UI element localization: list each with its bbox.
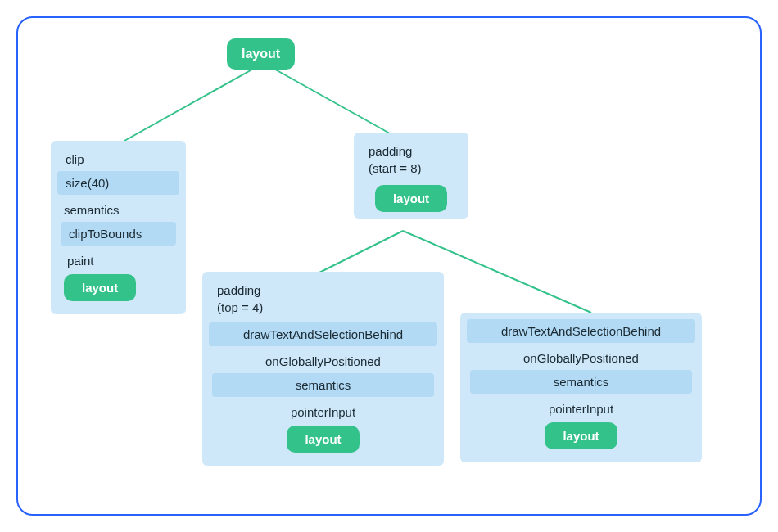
layout-pill: layout [545, 422, 617, 449]
layout-pill: layout [287, 426, 359, 453]
clip-box: clip size(40) semantics clipToBounds pai… [51, 141, 186, 314]
cliptobounds-row: clipToBounds [61, 222, 176, 246]
ogp-row: onGloballyPositioned [212, 353, 434, 370]
padding-top-text: padding (top = 4) [217, 283, 263, 314]
root-layout-node: layout [227, 38, 295, 70]
clip-label: clip [57, 147, 179, 171]
drawtext-row: drawTextAndSelectionBehind [209, 322, 437, 346]
ogp-row: onGloballyPositioned [470, 349, 692, 367]
padding-start-text: padding (start = 8) [369, 144, 422, 175]
svg-line-0 [124, 63, 264, 141]
svg-line-1 [264, 63, 403, 141]
pointer-row: pointerInput [473, 400, 689, 417]
ogp-nest: onGloballyPositioned semantics pointerIn… [467, 346, 695, 456]
drawtext-box: drawTextAndSelectionBehind onGloballyPos… [460, 313, 702, 462]
semantics-nest: semantics clipToBounds paint layout [57, 198, 179, 308]
pointer-row: pointerInput [215, 404, 431, 421]
drawtext-row: drawTextAndSelectionBehind [467, 319, 695, 343]
padding-start-label: padding (start = 8) [360, 139, 462, 183]
padding-top-label: padding (top = 4) [209, 278, 437, 322]
size-row: size(40) [57, 171, 179, 195]
semantics-row: semantics [212, 373, 434, 397]
padding-start-box: padding (start = 8) layout [354, 133, 468, 219]
padding-top-box: padding (top = 4) drawTextAndSelectionBe… [202, 272, 444, 466]
ogp-nest: onGloballyPositioned semantics pointerIn… [209, 349, 437, 459]
semantics-row: semantics [61, 201, 176, 219]
layout-pill: layout [64, 274, 136, 301]
pointer-nest: pointerInput layout [212, 400, 434, 456]
layout-pill: layout [227, 38, 295, 70]
diagram-frame: layout clip size(40) semantics clipToBou… [16, 16, 762, 516]
paint-row: paint [64, 252, 173, 269]
layout-pill: layout [375, 185, 447, 212]
paint-nest: paint layout [61, 249, 176, 304]
pointer-nest: pointerInput layout [470, 397, 692, 453]
semantics-row: semantics [470, 370, 692, 394]
